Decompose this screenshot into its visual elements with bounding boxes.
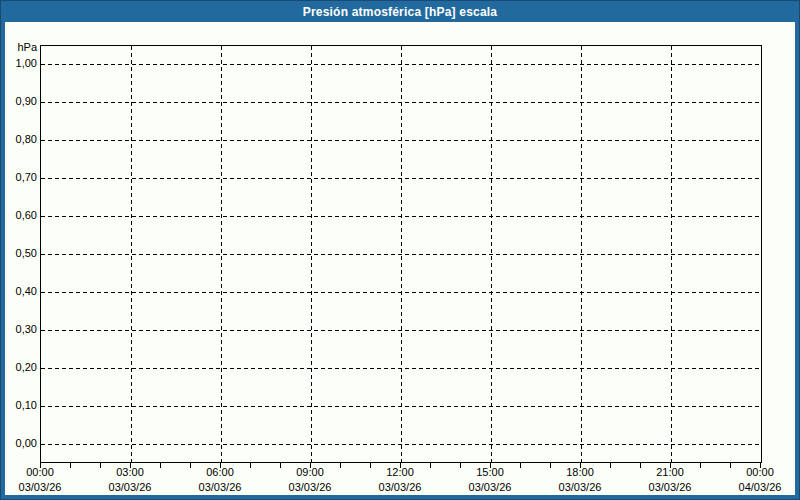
x-axis-time-label: 09:00 — [275, 466, 345, 479]
x-axis-time-label: 15:00 — [455, 466, 525, 479]
x-axis-date-label: 03/03/26 — [635, 481, 705, 494]
x-axis-date-label: 03/03/26 — [455, 481, 525, 494]
x-axis-time-label: 03:00 — [95, 466, 165, 479]
x-axis-date-label: 03/03/26 — [545, 481, 615, 494]
y-axis-label: 0,30 — [5, 322, 37, 336]
chart-window: Presión atmosférica [hPa] escala hPa 1,0… — [0, 0, 800, 500]
x-axis-time-label: 21:00 — [635, 466, 705, 479]
x-axis-time-label: 18:00 — [545, 466, 615, 479]
x-axis-date-label: 03/03/26 — [275, 481, 345, 494]
x-axis-time-label: 00:00 — [5, 466, 75, 479]
grid-lines — [41, 46, 761, 462]
plot-area — [40, 45, 762, 463]
window-title: Presión atmosférica [hPa] escala — [303, 5, 498, 19]
chart-content: hPa 1,000,900,800,700,600,500,400,300,20… — [5, 22, 795, 495]
x-axis-date-label: 03/03/26 — [185, 481, 255, 494]
x-axis-time-label: 12:00 — [365, 466, 435, 479]
y-axis-label: 0,00 — [5, 436, 37, 450]
y-axis-label: 0,40 — [5, 284, 37, 298]
y-axis-label: 0,50 — [5, 246, 37, 260]
y-axis-label: 0,70 — [5, 170, 37, 184]
window-titlebar: Presión atmosférica [hPa] escala — [1, 1, 799, 22]
x-axis-date-label: 03/03/26 — [95, 481, 165, 494]
x-axis-date-label: 03/03/26 — [5, 481, 75, 494]
x-axis-date-label: 04/03/26 — [725, 481, 795, 494]
y-axis-label: 0,90 — [5, 94, 37, 108]
x-axis-time-label: 00:00 — [725, 466, 795, 479]
y-axis-label: 0,60 — [5, 208, 37, 222]
x-axis-time-label: 06:00 — [185, 466, 255, 479]
y-axis-label: 0,10 — [5, 398, 37, 412]
y-axis-unit-label: hPa — [5, 40, 37, 54]
x-axis-date-label: 03/03/26 — [365, 481, 435, 494]
y-axis-label: 1,00 — [5, 56, 37, 70]
y-axis-label: 0,80 — [5, 132, 37, 146]
y-axis-label: 0,20 — [5, 360, 37, 374]
